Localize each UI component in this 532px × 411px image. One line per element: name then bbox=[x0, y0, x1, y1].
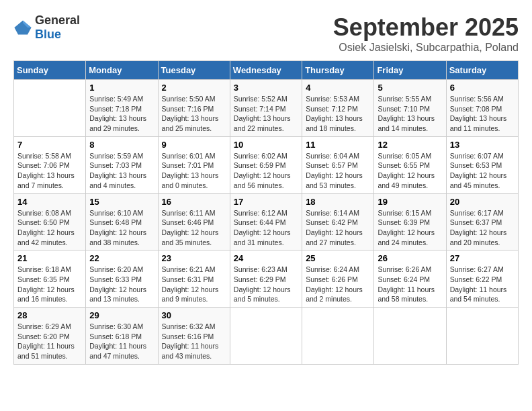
day-number: 10 bbox=[234, 140, 298, 150]
calendar-cell: 28Sunrise: 6:29 AM Sunset: 6:20 PM Dayli… bbox=[14, 308, 86, 365]
column-header-friday: Friday bbox=[374, 61, 446, 80]
calendar-cell: 9Sunrise: 6:01 AM Sunset: 7:01 PM Daylig… bbox=[158, 136, 230, 193]
calendar-cell: 5Sunrise: 5:55 AM Sunset: 7:10 PM Daylig… bbox=[374, 80, 446, 137]
column-header-tuesday: Tuesday bbox=[158, 61, 230, 80]
day-info: Sunrise: 6:20 AM Sunset: 6:33 PM Dayligh… bbox=[89, 265, 154, 304]
logo: General Blue bbox=[13, 13, 80, 42]
day-info: Sunrise: 6:05 AM Sunset: 6:55 PM Dayligh… bbox=[378, 151, 442, 191]
day-number: 7 bbox=[17, 140, 82, 150]
day-info: Sunrise: 6:07 AM Sunset: 6:53 PM Dayligh… bbox=[450, 151, 515, 191]
day-info: Sunrise: 6:29 AM Sunset: 6:20 PM Dayligh… bbox=[17, 322, 82, 361]
day-number: 15 bbox=[89, 197, 154, 207]
day-number: 23 bbox=[162, 253, 226, 263]
day-number: 3 bbox=[234, 83, 298, 93]
day-info: Sunrise: 6:27 AM Sunset: 6:22 PM Dayligh… bbox=[450, 265, 515, 304]
calendar-week-5: 28Sunrise: 6:29 AM Sunset: 6:20 PM Dayli… bbox=[14, 308, 519, 365]
calendar-cell: 11Sunrise: 6:04 AM Sunset: 6:57 PM Dayli… bbox=[302, 136, 374, 193]
title-block: September 2025 Osiek Jasielski, Subcarpa… bbox=[333, 13, 519, 54]
calendar-cell: 19Sunrise: 6:15 AM Sunset: 6:39 PM Dayli… bbox=[374, 193, 446, 250]
calendar-cell bbox=[230, 308, 302, 365]
day-number: 19 bbox=[378, 197, 442, 207]
day-number: 8 bbox=[89, 140, 154, 150]
day-info: Sunrise: 5:49 AM Sunset: 7:18 PM Dayligh… bbox=[89, 94, 154, 134]
day-number: 21 bbox=[17, 253, 82, 263]
day-number: 22 bbox=[89, 253, 154, 263]
day-info: Sunrise: 6:14 AM Sunset: 6:42 PM Dayligh… bbox=[306, 208, 370, 248]
day-number: 17 bbox=[234, 197, 298, 207]
calendar-week-4: 21Sunrise: 6:18 AM Sunset: 6:35 PM Dayli… bbox=[14, 250, 519, 308]
location-subtitle: Osiek Jasielski, Subcarpathia, Poland bbox=[333, 42, 519, 54]
month-title: September 2025 bbox=[333, 13, 519, 42]
calendar-cell: 1Sunrise: 5:49 AM Sunset: 7:18 PM Daylig… bbox=[86, 80, 158, 137]
day-info: Sunrise: 5:50 AM Sunset: 7:16 PM Dayligh… bbox=[162, 94, 226, 134]
day-number: 12 bbox=[378, 140, 442, 150]
day-number: 24 bbox=[234, 253, 298, 263]
calendar-cell: 15Sunrise: 6:10 AM Sunset: 6:48 PM Dayli… bbox=[86, 193, 158, 250]
calendar-cell: 7Sunrise: 5:58 AM Sunset: 7:06 PM Daylig… bbox=[14, 136, 86, 193]
day-info: Sunrise: 6:08 AM Sunset: 6:50 PM Dayligh… bbox=[17, 208, 82, 248]
day-number: 2 bbox=[162, 83, 226, 93]
calendar-cell bbox=[14, 80, 86, 137]
day-number: 9 bbox=[162, 140, 226, 150]
calendar-week-2: 7Sunrise: 5:58 AM Sunset: 7:06 PM Daylig… bbox=[14, 136, 519, 193]
day-info: Sunrise: 6:01 AM Sunset: 7:01 PM Dayligh… bbox=[162, 151, 226, 191]
day-number: 30 bbox=[162, 310, 226, 320]
day-info: Sunrise: 6:04 AM Sunset: 6:57 PM Dayligh… bbox=[306, 151, 370, 191]
calendar-cell bbox=[374, 308, 446, 365]
calendar-cell: 25Sunrise: 6:24 AM Sunset: 6:26 PM Dayli… bbox=[302, 250, 374, 308]
calendar-cell: 21Sunrise: 6:18 AM Sunset: 6:35 PM Dayli… bbox=[14, 250, 86, 308]
logo-icon bbox=[13, 18, 32, 37]
day-info: Sunrise: 5:59 AM Sunset: 7:03 PM Dayligh… bbox=[89, 151, 154, 191]
day-info: Sunrise: 6:24 AM Sunset: 6:26 PM Dayligh… bbox=[306, 265, 370, 304]
day-number: 18 bbox=[306, 197, 370, 207]
calendar-cell: 30Sunrise: 6:32 AM Sunset: 6:16 PM Dayli… bbox=[158, 308, 230, 365]
calendar-cell: 20Sunrise: 6:17 AM Sunset: 6:37 PM Dayli… bbox=[446, 193, 518, 250]
calendar-header-row: SundayMondayTuesdayWednesdayThursdayFrid… bbox=[14, 61, 519, 80]
calendar-cell: 29Sunrise: 6:30 AM Sunset: 6:18 PM Dayli… bbox=[86, 308, 158, 365]
day-number: 14 bbox=[17, 197, 82, 207]
page-header: General Blue September 2025 Osiek Jasiel… bbox=[13, 13, 519, 54]
calendar-week-3: 14Sunrise: 6:08 AM Sunset: 6:50 PM Dayli… bbox=[14, 193, 519, 250]
calendar-cell: 27Sunrise: 6:27 AM Sunset: 6:22 PM Dayli… bbox=[446, 250, 518, 308]
calendar-cell: 22Sunrise: 6:20 AM Sunset: 6:33 PM Dayli… bbox=[86, 250, 158, 308]
calendar-cell: 24Sunrise: 6:23 AM Sunset: 6:29 PM Dayli… bbox=[230, 250, 302, 308]
day-number: 25 bbox=[306, 253, 370, 263]
column-header-saturday: Saturday bbox=[446, 61, 518, 80]
calendar-cell: 4Sunrise: 5:53 AM Sunset: 7:12 PM Daylig… bbox=[302, 80, 374, 137]
day-number: 6 bbox=[450, 83, 515, 93]
column-header-sunday: Sunday bbox=[14, 61, 86, 80]
calendar-cell bbox=[302, 308, 374, 365]
day-number: 29 bbox=[89, 310, 154, 320]
calendar-table: SundayMondayTuesdayWednesdayThursdayFrid… bbox=[13, 60, 519, 365]
calendar-cell: 2Sunrise: 5:50 AM Sunset: 7:16 PM Daylig… bbox=[158, 80, 230, 137]
day-number: 28 bbox=[17, 310, 82, 320]
calendar-cell: 18Sunrise: 6:14 AM Sunset: 6:42 PM Dayli… bbox=[302, 193, 374, 250]
calendar-cell: 14Sunrise: 6:08 AM Sunset: 6:50 PM Dayli… bbox=[14, 193, 86, 250]
day-info: Sunrise: 6:11 AM Sunset: 6:46 PM Dayligh… bbox=[162, 208, 226, 248]
day-info: Sunrise: 5:58 AM Sunset: 7:06 PM Dayligh… bbox=[17, 151, 82, 191]
day-info: Sunrise: 6:15 AM Sunset: 6:39 PM Dayligh… bbox=[378, 208, 442, 248]
day-number: 27 bbox=[450, 253, 515, 263]
calendar-cell: 16Sunrise: 6:11 AM Sunset: 6:46 PM Dayli… bbox=[158, 193, 230, 250]
column-header-monday: Monday bbox=[86, 61, 158, 80]
calendar-cell bbox=[446, 308, 518, 365]
day-info: Sunrise: 6:17 AM Sunset: 6:37 PM Dayligh… bbox=[450, 208, 515, 248]
calendar-week-1: 1Sunrise: 5:49 AM Sunset: 7:18 PM Daylig… bbox=[14, 80, 519, 137]
calendar-cell: 23Sunrise: 6:21 AM Sunset: 6:31 PM Dayli… bbox=[158, 250, 230, 308]
day-info: Sunrise: 6:10 AM Sunset: 6:48 PM Dayligh… bbox=[89, 208, 154, 248]
calendar-cell: 26Sunrise: 6:26 AM Sunset: 6:24 PM Dayli… bbox=[374, 250, 446, 308]
day-number: 13 bbox=[450, 140, 515, 150]
day-info: Sunrise: 5:52 AM Sunset: 7:14 PM Dayligh… bbox=[234, 94, 298, 134]
calendar-cell: 10Sunrise: 6:02 AM Sunset: 6:59 PM Dayli… bbox=[230, 136, 302, 193]
column-header-wednesday: Wednesday bbox=[230, 61, 302, 80]
calendar-cell: 8Sunrise: 5:59 AM Sunset: 7:03 PM Daylig… bbox=[86, 136, 158, 193]
day-info: Sunrise: 6:26 AM Sunset: 6:24 PM Dayligh… bbox=[378, 265, 442, 304]
calendar-cell: 3Sunrise: 5:52 AM Sunset: 7:14 PM Daylig… bbox=[230, 80, 302, 137]
day-number: 5 bbox=[378, 83, 442, 93]
day-info: Sunrise: 6:21 AM Sunset: 6:31 PM Dayligh… bbox=[162, 265, 226, 304]
day-info: Sunrise: 5:55 AM Sunset: 7:10 PM Dayligh… bbox=[378, 94, 442, 134]
day-info: Sunrise: 5:53 AM Sunset: 7:12 PM Dayligh… bbox=[306, 94, 370, 134]
day-info: Sunrise: 6:18 AM Sunset: 6:35 PM Dayligh… bbox=[17, 265, 82, 304]
day-info: Sunrise: 6:12 AM Sunset: 6:44 PM Dayligh… bbox=[234, 208, 298, 248]
calendar-cell: 12Sunrise: 6:05 AM Sunset: 6:55 PM Dayli… bbox=[374, 136, 446, 193]
